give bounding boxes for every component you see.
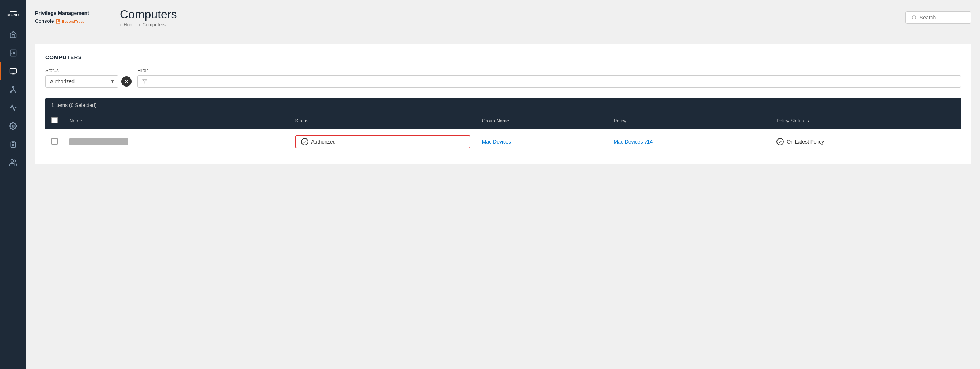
- col-status[interactable]: Status: [290, 113, 476, 129]
- beyondtrust-logo: BeyondTrust: [56, 18, 89, 24]
- brand-sub-row: Console BeyondTrust: [35, 18, 96, 24]
- sort-ascending-icon: ▲: [807, 119, 810, 123]
- row-status-cell: Authorized: [290, 129, 476, 154]
- col-policy[interactable]: Policy: [608, 113, 771, 129]
- search-icon: [912, 15, 917, 20]
- col-policy-status[interactable]: Policy Status ▲: [771, 113, 961, 129]
- status-filter-group: Status Authorized Unauthorized All ▼: [45, 68, 132, 87]
- status-label: Status: [45, 68, 132, 73]
- svg-line-11: [11, 90, 13, 91]
- status-select-wrap: Authorized Unauthorized All ▼: [45, 75, 132, 87]
- section-title: COMPUTERS: [45, 54, 961, 60]
- breadcrumb-home[interactable]: Home: [124, 22, 136, 27]
- select-all-checkbox[interactable]: [51, 117, 58, 124]
- policy-status-value: On Latest Policy: [776, 138, 955, 145]
- bt-logo-svg: BeyondTrust: [56, 18, 89, 24]
- main-area: Privilege Management Console BeyondTrust…: [26, 0, 980, 369]
- menu-button[interactable]: MENU: [0, 0, 26, 22]
- svg-rect-20: [57, 22, 60, 23]
- policy-status-text: On Latest Policy: [787, 139, 824, 145]
- content: COMPUTERS Status Authorized Unauthorized…: [26, 35, 980, 369]
- users-icon: [9, 159, 17, 167]
- svg-line-12: [13, 90, 15, 91]
- status-select[interactable]: Authorized Unauthorized All: [45, 75, 118, 87]
- svg-point-17: [11, 160, 14, 162]
- breadcrumb-current: Computers: [142, 22, 165, 27]
- svg-rect-4: [10, 69, 16, 73]
- col-select: [45, 113, 64, 129]
- sidebar: MENU: [0, 0, 26, 369]
- sidebar-item-computers[interactable]: [0, 62, 26, 80]
- status-text: Authorized: [311, 139, 336, 145]
- computers-table: Name Status Group Name Policy: [45, 113, 961, 154]
- filter-icon: [142, 79, 147, 84]
- sidebar-divider: [0, 24, 26, 24]
- svg-point-7: [13, 87, 14, 88]
- filter-text-input[interactable]: [150, 78, 956, 84]
- checkmark-icon: [302, 140, 307, 144]
- svg-point-13: [12, 125, 14, 127]
- status-highlighted-box: Authorized: [295, 135, 470, 148]
- sidebar-item-reports[interactable]: [0, 44, 26, 62]
- svg-point-8: [10, 91, 12, 93]
- svg-point-22: [912, 15, 916, 19]
- sidebar-item-settings[interactable]: [0, 117, 26, 135]
- page-title: Computers: [120, 8, 905, 21]
- col-name[interactable]: Name: [64, 113, 290, 129]
- computers-icon: [9, 67, 17, 75]
- row-checkbox[interactable]: [51, 138, 58, 145]
- breadcrumb-sep: ›: [138, 22, 140, 27]
- policy-checkmark-icon: [778, 140, 782, 144]
- search-box[interactable]: [905, 11, 971, 24]
- filter-input-box[interactable]: [137, 75, 961, 87]
- col-group-name[interactable]: Group Name: [476, 113, 608, 129]
- computers-card: COMPUTERS Status Authorized Unauthorized…: [35, 44, 971, 164]
- row-policy-status-cell: On Latest Policy: [771, 129, 961, 154]
- menu-label: MENU: [7, 13, 19, 17]
- hamburger-icon: [10, 6, 17, 12]
- sidebar-item-policy[interactable]: [0, 135, 26, 153]
- groups-icon: [9, 86, 17, 94]
- policy-icon: [9, 140, 17, 148]
- analytics-icon: [9, 104, 17, 112]
- row-policy-cell: Mac Devices v14: [608, 129, 771, 154]
- svg-point-9: [15, 91, 16, 93]
- table-header-row: Name Status Group Name Policy: [45, 113, 961, 129]
- brand: Privilege Management Console BeyondTrust: [35, 10, 108, 24]
- group-name-link[interactable]: Mac Devices: [482, 139, 511, 145]
- row-select-cell: [45, 129, 64, 154]
- breadcrumb-chevron: ›: [120, 22, 121, 27]
- filter-label: Filter: [137, 68, 961, 73]
- filters-row: Status Authorized Unauthorized All ▼: [45, 68, 961, 87]
- row-name-cell: [64, 129, 290, 154]
- svg-rect-19: [57, 20, 59, 22]
- policy-link[interactable]: Mac Devices v14: [614, 139, 652, 145]
- breadcrumb: › Home › Computers: [120, 22, 905, 27]
- sidebar-item-users[interactable]: [0, 153, 26, 172]
- authorized-check-circle: [301, 138, 309, 145]
- settings-icon: [9, 122, 17, 130]
- svg-line-23: [915, 18, 916, 19]
- topbar: Privilege Management Console BeyondTrust…: [26, 0, 980, 35]
- svg-rect-14: [12, 142, 14, 143]
- row-group-name-cell: Mac Devices: [476, 129, 608, 154]
- computers-table-container: 1 items (0 Selected) Name Status: [45, 98, 961, 154]
- brand-console-label: Console: [35, 18, 54, 24]
- table-row: Authorized Mac Devices Mac Devices v14: [45, 129, 961, 154]
- brand-line1: Privilege Management: [35, 10, 96, 16]
- svg-marker-26: [143, 80, 147, 83]
- title-area: Computers › Home › Computers: [108, 8, 905, 27]
- svg-text:BeyondTrust: BeyondTrust: [62, 19, 84, 23]
- reports-icon: [9, 49, 17, 57]
- close-icon: [124, 79, 129, 84]
- home-icon: [9, 31, 17, 39]
- sidebar-item-analytics[interactable]: [0, 99, 26, 117]
- policy-status-check-circle: [776, 138, 784, 145]
- sidebar-item-home[interactable]: [0, 25, 26, 44]
- name-placeholder: [69, 138, 128, 145]
- clear-status-button[interactable]: [121, 76, 132, 87]
- sidebar-item-groups[interactable]: [0, 80, 26, 99]
- search-input[interactable]: [920, 14, 964, 21]
- filter-input-group: Filter: [137, 68, 961, 87]
- table-items-count: 1 items (0 Selected): [45, 98, 961, 113]
